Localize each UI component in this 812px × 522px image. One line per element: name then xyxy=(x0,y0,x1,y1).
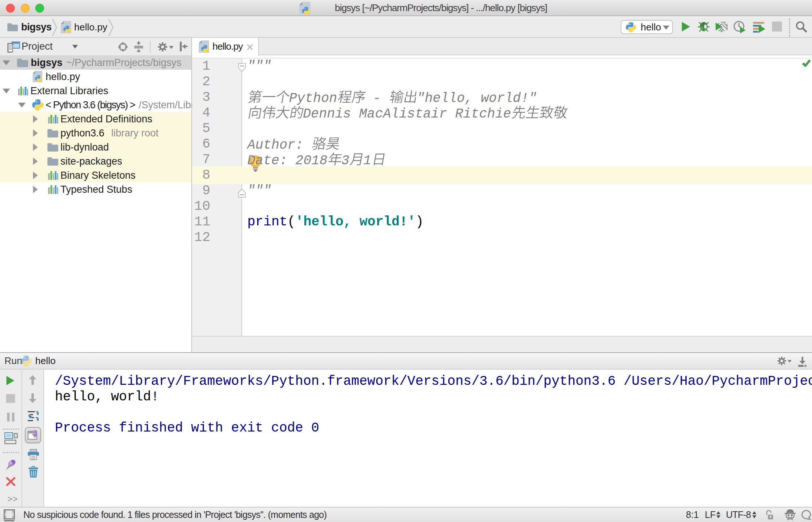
svg-text:1: 1 xyxy=(363,153,372,168)
svg-text:Date: 2018: Date: 2018 xyxy=(247,153,327,168)
svg-text:Dennis MacAlistair Ritchie: Dennis MacAlistair Ritchie xyxy=(303,106,511,122)
svg-text:"hello, world!": "hello, world!" xyxy=(417,91,537,106)
svg-text:Author:: Author: xyxy=(247,138,311,153)
svg-text:3: 3 xyxy=(341,153,350,168)
svg-text:-: - xyxy=(365,91,389,106)
svg-text:Python: Python xyxy=(289,91,337,106)
